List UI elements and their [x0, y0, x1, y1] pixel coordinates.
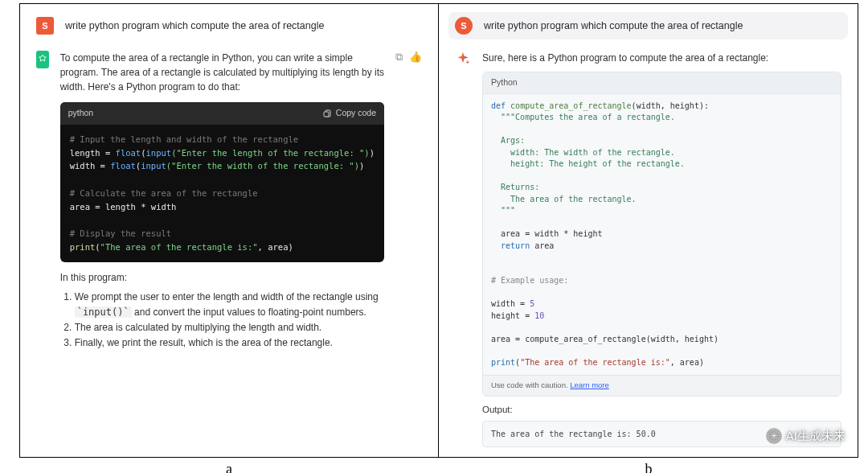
prompt-text: write python program which compute the a…: [484, 20, 743, 31]
in-this-program-label: In this program:: [60, 270, 384, 285]
gpt-actions: ⧉ 👍: [395, 51, 422, 352]
label-a: a: [19, 461, 439, 473]
bard-response-row: Sure, here is a Python program to comput…: [448, 47, 848, 450]
list-item: We prompt the user to enter the length a…: [75, 290, 384, 320]
thumbs-up-icon[interactable]: 👍: [409, 51, 422, 352]
prompt-row-bard: S write python program which compute the…: [448, 12, 848, 39]
list-item: The area is calculated by multiplying th…: [75, 320, 384, 335]
chatgpt-panel: S write python program which compute the…: [20, 4, 439, 457]
bard-code-body: def compute_area_of_rectangle(width, hei…: [483, 94, 841, 376]
output-label: Output:: [482, 403, 841, 417]
gpt-steps-list: We prompt the user to enter the length a…: [75, 290, 384, 352]
gpt-intro: To compute the area of a rectangle in Py…: [60, 51, 384, 94]
learn-more-link[interactable]: Learn more: [570, 380, 609, 389]
subfigure-labels: a b: [19, 461, 858, 473]
gpt-code-header: python Copy code: [60, 102, 384, 125]
bard-caution: Use code with caution. Learn more: [483, 375, 841, 395]
clipboard-icon: [322, 109, 332, 118]
bard-code-card: Python def compute_area_of_rectangle(wid…: [482, 72, 841, 397]
prompt-row-gpt: S write python program which compute the…: [30, 12, 428, 39]
list-item: Finally, we print the result, which is t…: [75, 335, 384, 351]
gpt-response-body: To compute the area of a rectangle in Py…: [60, 51, 384, 352]
label-b: b: [439, 461, 858, 473]
inline-code: `input()`: [75, 306, 132, 318]
copy-code-button[interactable]: Copy code: [322, 107, 376, 120]
bard-lang-label: Python: [483, 72, 841, 94]
copy-icon[interactable]: ⧉: [395, 51, 403, 352]
gpt-code-card: python Copy code # Input the length and …: [60, 102, 384, 262]
bard-spark-icon: [455, 51, 471, 67]
svg-rect-1: [324, 112, 329, 117]
watermark: ✳ AI生成未来: [766, 428, 845, 444]
copy-code-label: Copy code: [336, 107, 376, 120]
gpt-code-body: # Input the length and width of the rect…: [60, 125, 384, 262]
prompt-text: write python program which compute the a…: [65, 20, 324, 31]
gpt-response-row: To compute the area of a rectangle in Py…: [30, 47, 428, 355]
bard-response-body: Sure, here is a Python program to comput…: [482, 51, 841, 447]
gpt-lang-label: python: [68, 107, 94, 120]
wechat-icon: ✳: [766, 428, 782, 444]
user-avatar-icon: S: [36, 17, 54, 35]
watermark-text: AI生成未来: [786, 429, 845, 444]
bard-intro: Sure, here is a Python program to comput…: [482, 51, 841, 65]
figure-container: S write python program which compute the…: [19, 3, 858, 458]
bard-panel: S write python program which compute the…: [439, 4, 858, 457]
user-avatar-icon: S: [455, 17, 473, 35]
chatgpt-logo-icon: [36, 51, 49, 68]
